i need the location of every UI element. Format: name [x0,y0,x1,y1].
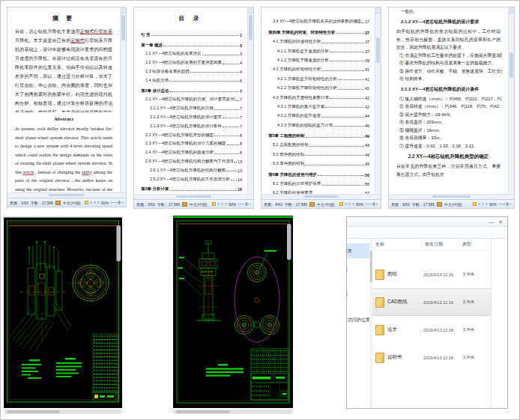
view-mode-icon[interactable] [97,201,100,204]
toc-entry: 5.2 部件图的绘制 49 [268,147,369,156]
view-mode-icon[interactable] [478,203,480,205]
toc-entry: 5.1 总装配图的绘制 49 [268,139,369,147]
view-mode-icon[interactable] [217,203,220,205]
minimize-icon[interactable]: — [489,219,494,225]
view-mode-icon[interactable] [482,203,484,205]
column-header-name[interactable]: 名称 [372,240,422,248]
toc-list: 引 言 1 第一章 概述 3 1.1 XY—4岩芯钻机的发展历史 3 1.2 X… [134,28,247,192]
view-mode-icon[interactable] [85,201,88,204]
zoom-level[interactable]: 90% [229,202,236,207]
scroll-up-icon[interactable] [248,7,253,13]
view-mode-icon[interactable] [348,203,351,205]
spellcheck-icon[interactable] [55,201,61,205]
view-mode-icon[interactable] [339,202,343,206]
spellcheck-icon[interactable] [437,202,442,207]
toc-entry: 4.1 升降机的转速特性分析 37 [268,35,369,44]
toc-dot-leader [305,155,364,156]
view-mode-icon[interactable] [345,203,347,205]
viewer-scrollbar-thumb[interactable] [117,225,121,261]
toc-entry-page: 37 [365,40,369,44]
zoom-level[interactable]: 90% [489,202,497,207]
horizontal-scrollbar[interactable] [7,192,126,198]
language-indicator[interactable]: 中文(中国) [190,202,207,207]
view-mode-icon[interactable] [94,201,96,204]
zoom-slider-thumb[interactable] [118,201,120,204]
scrollbar-thumb[interactable] [176,195,212,198]
zoom-slider[interactable] [498,204,512,204]
folder-icon [375,325,384,335]
scrollbar-thumb[interactable] [49,194,84,196]
zoom-slider-thumb[interactable] [246,202,247,206]
toc-title: 目 录 [134,7,247,22]
scroll-up-icon[interactable] [121,7,126,13]
language-indicator[interactable]: 中文(中国) [317,202,334,207]
language-indicator[interactable]: 中文(中国) [444,202,462,207]
toc-entry-label: 4.3.2 升降机的提升速度 [277,113,321,118]
toc-entry: 2.5.2 XY—4岩芯钻机升降机的工作原理分析 14 [141,173,242,182]
zoom-level[interactable]: 90% [101,201,109,205]
scrollbar-thumb[interactable] [7,410,60,413]
sidebar-item[interactable]: 最近访问的位置 [347,317,369,342]
sidebar-item[interactable]: 收藏夹 [347,243,369,258]
scrollbar-thumb[interactable] [510,52,513,78]
column-header-type[interactable]: 类型 [459,240,486,248]
toc-dot-leader [236,100,239,101]
sidebar-item[interactable]: 下载 [347,266,369,291]
word-count: 字数：17,586 [412,202,435,207]
view-mode-icon[interactable] [473,202,477,206]
text-segment: 目前，岩心钻机升降机主要选用 [15,29,80,34]
list-item: ④ 卷筒直径：203mm。 [395,118,502,127]
scrollbar-thumb[interactable] [376,37,380,63]
file-row[interactable]: 说明书 2016/4/13 12:18 文件夹 [372,344,491,371]
viewer-scrollbar-thumb[interactable] [287,224,291,260]
toc-dot-leader [223,127,239,127]
sidebar-scrollbar[interactable] [369,239,372,408]
sidebar-item[interactable]: 桌面 [347,291,369,317]
language-indicator[interactable]: 中文(中国) [63,201,80,205]
vertical-scrollbar[interactable] [120,7,126,192]
toc-dot-leader [305,165,364,165]
zoom-slider[interactable] [365,204,378,204]
zoom-level[interactable]: 90% [356,202,363,207]
column-header-date[interactable]: 修改日期 [422,240,459,248]
close-icon[interactable]: ✕ [498,219,503,225]
view-mode-icon[interactable] [486,203,488,205]
vertical-scrollbar[interactable] [247,7,253,194]
spellcheck-icon[interactable] [309,202,315,207]
scrollbar-thumb[interactable] [432,195,470,198]
zoom-slider-thumb[interactable] [373,202,375,206]
viewer-horizontal-scrollbar[interactable] [173,410,293,414]
toc-entry-label: 1.1 XY—4岩芯钻机的发展历史 [145,51,202,56]
horizontal-scrollbar[interactable] [261,194,381,199]
horizontal-scrollbar[interactable] [389,194,514,199]
file-row[interactable]: 论文 2016/4/13 12:18 文件夹 [372,316,491,344]
vertical-scrollbar[interactable] [375,7,381,194]
view-mode-icon[interactable] [221,203,223,205]
toc-entry-label: 第2章 设计总论 [141,88,169,94]
scrollbar-thumb[interactable] [176,410,230,413]
zoom-slider[interactable] [238,204,251,204]
view-mode-icon[interactable] [90,201,92,204]
zoom-slider[interactable] [110,202,124,203]
scrollbar-thumb[interactable] [249,15,253,40]
view-mode-icon[interactable] [225,203,227,205]
file-row[interactable]: 图纸 2016/4/13 12:15 文件夹 [372,261,491,288]
viewer-horizontal-scrollbar[interactable] [4,410,122,414]
toc-entry: 2.1.1 XY—4岩芯钻机升降机的功用 7 [141,102,242,111]
view-mode-icon[interactable] [352,203,354,205]
view-mode-icon[interactable] [212,202,216,206]
vertical-scrollbar[interactable] [508,7,514,194]
scrollbar-thumb[interactable] [303,195,339,198]
window-titlebar[interactable]: — ✕ [347,217,507,227]
toc-entry-page: 46 [365,124,369,128]
file-row[interactable]: CAD图纸 2016/4/13 12:19 文件夹 [372,288,491,316]
scrollbar-thumb[interactable] [370,251,372,282]
scroll-up-icon[interactable] [375,7,381,13]
scrollbar-thumb[interactable] [121,15,125,40]
scroll-up-icon[interactable] [509,7,514,13]
toc-dot-leader [338,79,364,80]
list-item: ⑤ 钢绳直径：16mm。 [395,127,502,135]
horizontal-scrollbar[interactable] [134,194,253,199]
zoom-slider-thumb[interactable] [507,202,508,206]
spellcheck-icon[interactable] [182,202,187,207]
